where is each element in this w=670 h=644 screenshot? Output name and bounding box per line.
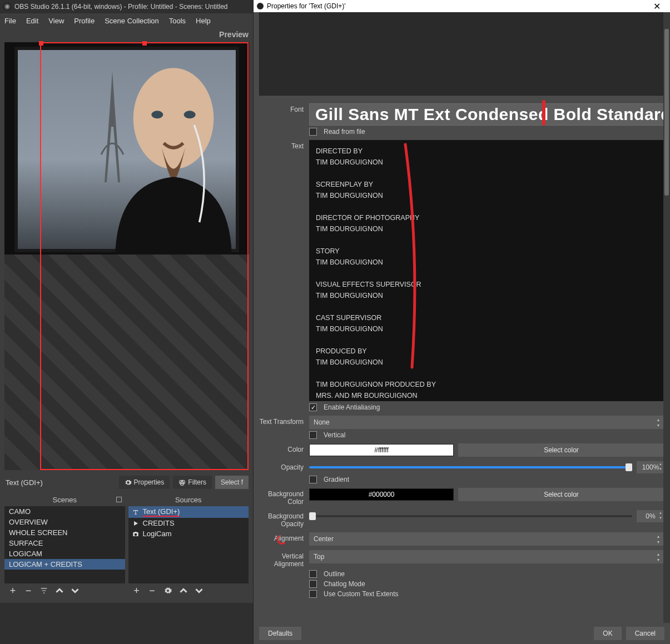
read-from-file-checkbox[interactable]	[309, 128, 317, 136]
resize-handle-tm[interactable]	[142, 41, 147, 46]
sources-list[interactable]: Text (GDI+)CREDITSLogiCam	[128, 506, 249, 583]
menu-scene-collection[interactable]: Scene Collection	[105, 17, 159, 25]
menubar: File Edit View Profile Scene Collection …	[0, 13, 253, 28]
selection-box[interactable]	[40, 42, 249, 470]
bgopacity-value[interactable]: 0%▲▼	[637, 510, 664, 522]
preview-label: Preview	[0, 28, 253, 39]
label-bgopacity: Background Opacity	[254, 510, 309, 528]
scene-up-button[interactable]	[54, 587, 64, 595]
valign-select[interactable]: Top ▲▼	[309, 550, 664, 563]
add-source-button[interactable]: +	[132, 587, 142, 595]
gradient-checkbox[interactable]	[309, 476, 317, 483]
selected-source-label: Text (GDI+)	[4, 478, 43, 487]
gear-icon	[125, 479, 132, 486]
bgcolor-swatch[interactable]: #000000	[309, 488, 454, 501]
add-scene-button[interactable]: +	[8, 587, 18, 595]
scene-row[interactable]: CAMO	[4, 506, 125, 517]
annotation-mark	[542, 100, 545, 126]
bgopacity-slider[interactable]	[309, 515, 632, 517]
filters-button[interactable]: Filters	[173, 476, 212, 489]
scene-row[interactable]: LOGICAM + CREDITS	[4, 559, 125, 570]
scene-row[interactable]: WHOLE SCREEN	[4, 527, 125, 538]
menu-help[interactable]: Help	[196, 17, 211, 25]
source-header: Text (GDI+) Properties Filters Select f	[4, 475, 249, 490]
text-input[interactable]	[309, 140, 664, 401]
menu-view[interactable]: View	[48, 17, 64, 25]
outline-label: Outline	[324, 570, 345, 578]
ok-button[interactable]: OK	[594, 627, 621, 640]
label-transform: Text Transform	[254, 416, 309, 426]
obs-titlebar: OBS Studio 26.1.1 (64-bit, windows) - Pr…	[0, 0, 253, 13]
resize-handle-tl[interactable]	[39, 41, 43, 46]
popout-icon[interactable]	[116, 497, 122, 502]
close-button[interactable]: ✕	[646, 1, 668, 12]
scene-row[interactable]: OVERVIEW	[4, 517, 125, 527]
outline-checkbox[interactable]	[309, 570, 317, 578]
properties-preview	[259, 12, 664, 96]
menu-file[interactable]: File	[4, 17, 16, 25]
filters-button-label: Filters	[188, 478, 206, 486]
opacity-value[interactable]: 100%▲▼	[637, 461, 664, 473]
annotation-arc	[277, 533, 287, 545]
label-opacity: Opacity	[254, 461, 309, 471]
label-font: Font	[254, 103, 309, 113]
source-row[interactable]: Text (GDI+)	[128, 506, 249, 518]
sources-footer: + −	[128, 583, 249, 598]
properties-title: Properties for 'Text (GDI+)'	[267, 2, 346, 10]
remove-source-button[interactable]: −	[147, 587, 157, 595]
sources-panel: Sources Text (GDI+)CREDITSLogiCam + −	[128, 493, 249, 598]
scene-row[interactable]: LOGICAM	[4, 548, 125, 559]
properties-form: Font Gill Sans MT Ext Condensed Bold Sta…	[254, 103, 670, 598]
extents-checkbox[interactable]	[309, 590, 317, 598]
menu-edit[interactable]: Edit	[26, 17, 38, 25]
source-down-button[interactable]	[194, 587, 204, 595]
properties-button-label: Properties	[134, 478, 165, 486]
source-settings-button[interactable]	[163, 587, 173, 595]
select-bgcolor-button[interactable]: Select color	[458, 488, 664, 501]
select-button[interactable]: Select f	[215, 476, 249, 489]
scene-filters-button[interactable]	[39, 587, 49, 595]
filters-icon	[178, 479, 186, 486]
scene-down-button[interactable]	[70, 587, 80, 595]
antialiasing-checkbox[interactable]	[309, 403, 317, 411]
opacity-slider[interactable]	[309, 466, 632, 468]
scenes-list[interactable]: CAMOOVERVIEWWHOLE SCREENSURFACELOGICAMLO…	[4, 506, 125, 583]
read-from-file-label: Read from file	[324, 128, 365, 136]
properties-button[interactable]: Properties	[119, 476, 170, 489]
extents-label: Use Custom Text Extents	[324, 590, 399, 598]
vertical-checkbox[interactable]	[309, 431, 317, 439]
chatlog-label: Chatlog Mode	[324, 580, 365, 588]
menu-tools[interactable]: Tools	[169, 17, 186, 25]
remove-scene-button[interactable]: −	[23, 587, 33, 595]
dialog-button-bar: Defaults OK Cancel	[254, 623, 670, 644]
obs-app-icon	[257, 3, 264, 9]
filter-lines-icon	[40, 587, 48, 595]
color-swatch[interactable]: #ffffff	[309, 444, 454, 456]
vertical-label: Vertical	[324, 431, 345, 439]
source-up-button[interactable]	[178, 587, 188, 595]
obs-app-icon	[3, 3, 11, 11]
source-row[interactable]: LogiCam	[128, 528, 249, 539]
defaults-button[interactable]: Defaults	[259, 627, 301, 640]
text-transform-select[interactable]: None ▲▼	[309, 416, 664, 429]
obs-main-window: OBS Studio 26.1.1 (64-bit, windows) - Pr…	[0, 0, 253, 603]
dialog-scrollbar[interactable]	[663, 12, 670, 623]
scenes-title: Scenes	[4, 493, 125, 506]
select-color-button[interactable]: Select color	[458, 443, 664, 457]
label-bgcolor: Background Color	[254, 488, 309, 506]
scene-row[interactable]: SURFACE	[4, 538, 125, 548]
menu-profile[interactable]: Profile	[74, 17, 95, 25]
sources-title: Sources	[128, 493, 249, 506]
properties-dialog: Properties for 'Text (GDI+)' ✕ Font Gill…	[253, 0, 670, 644]
gradient-label: Gradient	[324, 476, 349, 483]
label-text: Text	[254, 140, 309, 150]
obs-title: OBS Studio 26.1.1 (64-bit, windows) - Pr…	[14, 3, 228, 11]
alignment-select[interactable]: Center ▲▼	[309, 532, 664, 546]
source-row[interactable]: CREDITS	[128, 518, 249, 528]
scenes-footer: + −	[4, 583, 125, 598]
properties-titlebar[interactable]: Properties for 'Text (GDI+)' ✕	[254, 0, 670, 12]
chatlog-checkbox[interactable]	[309, 580, 317, 588]
antialiasing-label: Enable Antialiasing	[324, 403, 380, 411]
preview-area[interactable]	[4, 42, 249, 470]
cancel-button[interactable]: Cancel	[626, 627, 664, 640]
